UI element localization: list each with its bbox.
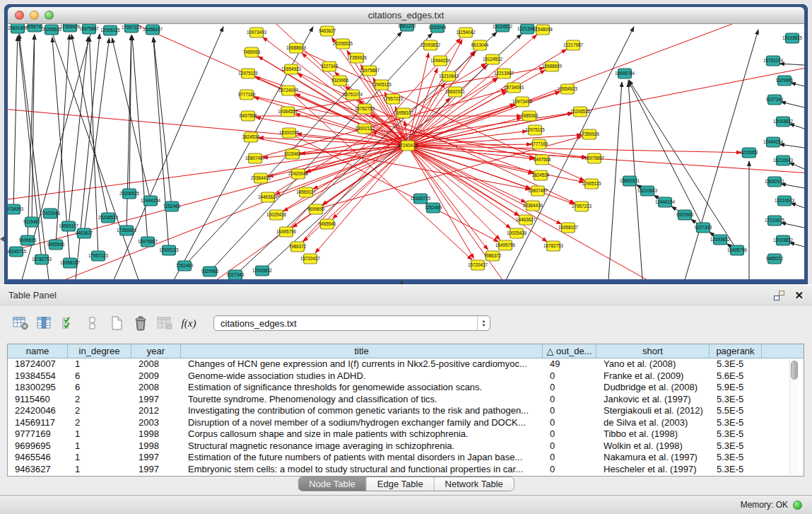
table-row[interactable]: 946362711997Embryonic stem cells: a mode… — [8, 464, 804, 476]
graph-node-label: 9699695 — [19, 238, 37, 243]
graph-node-label: 15193815 — [782, 35, 803, 40]
table-row[interactable]: 1830029562008Estimation of significance … — [8, 382, 804, 394]
table-cell: Yano et al. (2008) — [596, 358, 710, 370]
table-row[interactable]: 2242004622012Investigating the contribut… — [8, 405, 804, 417]
column-header-year[interactable]: year — [131, 344, 181, 358]
table-cell: Wolkin et al. (1998) — [596, 440, 710, 452]
delete-column-button[interactable] — [131, 314, 150, 332]
clear-selection-button[interactable] — [83, 314, 102, 332]
graph-node-label: 9465012 — [766, 256, 784, 261]
graph-node-label: 15692931 — [765, 179, 785, 184]
graph-node-label: 7986372 — [484, 253, 502, 258]
function-builder-button[interactable]: f(x) — [180, 314, 198, 332]
table-cell: 5.3E-5 — [710, 394, 762, 406]
column-header-name[interactable]: name — [8, 344, 68, 358]
graph-edge — [8, 146, 408, 202]
tab-edge-table[interactable]: Edge Table — [367, 477, 435, 491]
table-toolbar: f(x) citations_edges.txt ▲ ▼ — [11, 313, 490, 334]
graph-node-label: 12654923 — [281, 66, 302, 71]
column-header-in_degree[interactable]: in_degree — [68, 344, 131, 358]
graph-node-label: 17957223 — [383, 96, 404, 101]
graph-node-label: 16958107 — [558, 225, 579, 230]
table-cell: 9115460 — [8, 394, 68, 406]
column-header-title[interactable]: title — [181, 344, 543, 358]
graph-node-label: 16495796 — [276, 229, 297, 234]
rows-icon — [88, 316, 98, 330]
graph-node-label: 8215953 — [741, 150, 758, 155]
graph-node-label: 8613044 — [471, 42, 489, 47]
graph-node-label: 12905115 — [372, 82, 392, 87]
graph-node-label: 9227343 — [695, 225, 712, 230]
close-panel-button[interactable]: ✕ — [794, 291, 804, 300]
tab-network-table[interactable]: Network Table — [435, 477, 514, 491]
column-header-out_de[interactable]: △ out_de... — [543, 344, 596, 358]
table-header-row: namein_degreeyeartitle△ out_de...shortpa… — [8, 344, 804, 358]
graph-node-label: 16495796 — [495, 243, 516, 247]
graph-node-label: 14463627 — [258, 194, 278, 199]
graph-edge — [291, 69, 575, 203]
graph-node-label: 15345715 — [411, 196, 431, 201]
table-row[interactable]: 946554611997Estimation of the future num… — [8, 452, 804, 464]
graph-node-label: 9329966 — [201, 269, 219, 274]
zoom-window-button[interactable] — [45, 11, 54, 20]
memory-status-label: Memory: OK — [741, 500, 788, 510]
select-all-button[interactable] — [59, 314, 78, 332]
delete-table-button[interactable] — [155, 314, 174, 332]
scrollbar-thumb[interactable] — [791, 361, 798, 380]
table-cell: 0 — [543, 428, 596, 440]
table-row[interactable]: 911546021997Tourette syndrome. Phenomeno… — [8, 394, 804, 406]
graph-node-label: 12975115 — [238, 71, 258, 76]
vertical-scrollbar[interactable] — [789, 359, 799, 474]
left-resize-grip[interactable] — [0, 236, 4, 242]
table-cell: 2008 — [131, 382, 181, 394]
graph-node-label: 7252469 — [163, 204, 181, 209]
table-row[interactable]: 977716911998Corpus callosum shape and si… — [8, 428, 804, 440]
table-settings-icon — [13, 317, 29, 330]
table-cell: 18300295 — [8, 382, 68, 394]
table-row[interactable]: 1938455462009Genome-wide association stu… — [8, 370, 804, 382]
graph-node-label: 12093832 — [773, 119, 794, 124]
table-cell: 5.5E-5 — [710, 405, 762, 417]
graph-node-label: 9463627 — [319, 28, 336, 33]
float-panel-button[interactable] — [774, 291, 784, 300]
close-window-button[interactable] — [15, 11, 24, 20]
column-header-pagerank[interactable]: pagerank — [710, 344, 762, 358]
graph-node-label: 20364436 — [523, 203, 543, 208]
graph-node-label: 17210675 — [765, 218, 785, 223]
graph-node-label: 20206535 — [570, 109, 591, 114]
graph-edge — [408, 146, 500, 240]
graph-node-label: 9329966 — [331, 78, 349, 83]
new-column-button[interactable] — [107, 314, 126, 332]
graph-node-label: 12093832 — [420, 42, 441, 47]
network-window-titlebar[interactable]: citations_edges.txt — [8, 7, 804, 24]
show-column-icon — [37, 317, 53, 330]
graph-node-label: 10807487 — [245, 156, 266, 160]
table-row[interactable]: 969969511998Structural magnetic resonanc… — [8, 440, 804, 452]
table-cell: 1 — [68, 358, 131, 370]
fx-icon: f(x) — [182, 317, 196, 329]
table-cell: Jankovic et al. (1997) — [596, 394, 710, 406]
splitter-handle[interactable]: ▾ — [400, 279, 404, 286]
table-mode-button[interactable] — [11, 314, 30, 332]
table-cell: 1 — [68, 428, 131, 440]
graph-node-label: 22420046 — [40, 211, 61, 216]
graph-node-label: 20364436 — [251, 175, 271, 180]
graph-node-label: 6497568 — [240, 113, 257, 118]
network-canvas[interactable]: 1724041310973493748506312975115977716964… — [8, 24, 804, 279]
table-row[interactable]: 1872400712008Changes of HCN gene express… — [8, 358, 804, 370]
table-select-dropdown[interactable]: citations_edges.txt ▲ ▼ — [213, 315, 490, 331]
network-graph[interactable]: 1724041310973493748506312975115977716964… — [8, 24, 804, 279]
show-columns-button[interactable] — [35, 314, 54, 332]
column-header-short[interactable]: short — [596, 344, 710, 358]
tab-node-table[interactable]: Node Table — [298, 477, 367, 491]
minimize-window-button[interactable] — [30, 11, 39, 20]
table-cell: Structural magnetic resonance image aver… — [181, 440, 543, 452]
table-cell: 6 — [68, 370, 131, 382]
table-cell: 5.9E-5 — [710, 382, 762, 394]
table-tabs: Node Table Edge Table Network Table — [298, 477, 514, 491]
table-row[interactable]: 1456911722003Disruption of a novel membe… — [8, 417, 804, 429]
table-panel-header: Table Panel ✕ — [0, 284, 812, 305]
table-cell: 5.3E-5 — [710, 464, 762, 476]
graph-node-label: 16210643 — [637, 188, 658, 193]
graph-node-label: 20206535 — [98, 215, 119, 220]
